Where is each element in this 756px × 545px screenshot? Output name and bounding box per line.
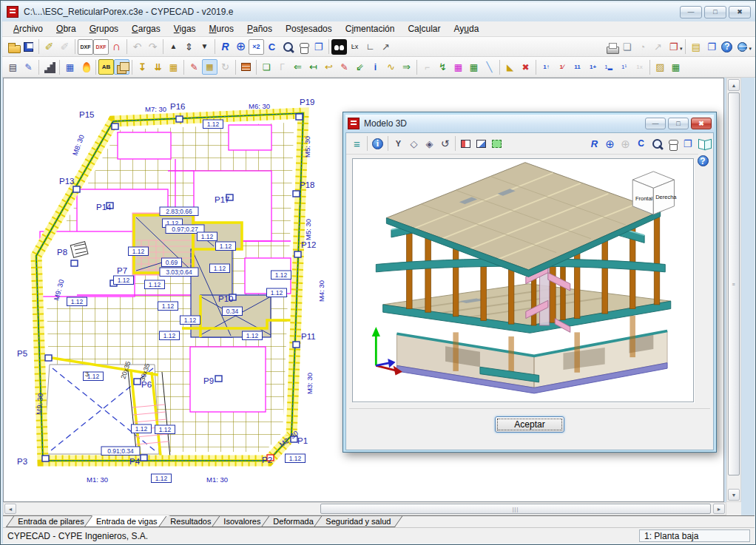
element-info-icon[interactable] [370,136,385,152]
snap-magnet-icon[interactable]: ∩ [109,39,124,55]
menu-muros[interactable]: Muros [203,22,240,35]
menu-postesados[interactable]: Postesados [279,22,339,35]
beam-hook-icon[interactable]: ↩ [321,59,337,75]
previous-view-icon[interactable]: ❐ [311,39,326,55]
save-file-icon[interactable] [21,39,36,55]
depth-mark-icon[interactable]: 1▂ [601,59,616,75]
title-bar[interactable]: C:\...\ESC_ReticularPorex.c3e - CYPECAD … [2,2,755,21]
rotate-model-icon[interactable]: ◈ [422,136,437,152]
beam-curve-icon[interactable]: ∿ [383,59,399,75]
depth-copy-icon[interactable]: 1¹ [616,59,632,75]
column-disabled-icon[interactable]: ⌐ [419,59,435,75]
group-down-icon[interactable]: ▼ [197,39,212,55]
menu-vigas[interactable]: Vigas [167,22,203,35]
beam-branch-icon[interactable]: ↯ [435,59,450,75]
dialog-minimize-button[interactable]: — [645,118,666,129]
menu-obra[interactable]: Obra [50,22,83,35]
configuration-icon[interactable]: ▤ [688,39,703,55]
group-copy-icon[interactable]: ▦ [62,59,78,75]
edit-beam-icon[interactable]: ✎ [337,59,352,75]
print-icon[interactable] [604,39,619,55]
scroll-down-button[interactable]: ▼ [728,489,740,501]
grid-edit-icon[interactable]: ▦ [450,59,466,75]
orthogonal-mode-icon[interactable]: ∟ [362,39,378,55]
menu-cargas[interactable]: Cargas [125,22,167,35]
pan-icon[interactable] [664,136,680,152]
section-y-icon[interactable] [473,136,489,152]
scroll-up-button[interactable]: ▲ [728,79,740,91]
group-goto-icon[interactable]: ⇕ [181,39,197,55]
depth-disabled-icon[interactable]: 1x [632,59,647,75]
pan-icon[interactable] [295,39,311,55]
pillar-edit-icon[interactable]: ✎ [21,59,36,75]
zoom-x2-icon[interactable]: ×2 [249,39,264,55]
menu-ayuda[interactable]: Ayuda [447,22,485,35]
beam-in-icon[interactable]: ⇐ [290,59,306,75]
rotate-view-icon[interactable]: R [587,136,602,152]
horizontal-scroll-thumb[interactable]: ||| [320,504,711,514]
zoom-window-icon[interactable] [280,39,295,55]
cype-web-icon[interactable] [735,39,750,55]
zoom-all-icon[interactable]: ⊕ [602,136,618,152]
linear-load-icon[interactable]: ⇊ [150,59,166,75]
regenerate-disabled-icon[interactable]: ↻ [217,59,233,75]
reset-view-icon[interactable]: ↺ [437,136,453,152]
wall-icon[interactable] [238,59,254,75]
grid-add-icon[interactable]: ▦ [466,59,482,75]
print-preview-icon[interactable]: ❏ [619,39,635,55]
menu-cimentación[interactable]: Cimentación [339,22,402,35]
dialog-title-bar[interactable]: Modelo 3D — □ ✖ [345,115,714,132]
zoom-all-icon[interactable]: ⊕ [233,39,249,55]
service-1-icon[interactable]: ◔ [635,39,650,55]
beam-out-icon[interactable]: ↤ [306,59,321,75]
rebar-add-icon[interactable]: ▦ [668,59,684,75]
tab-entrada-de-pilares[interactable]: Entrada de pilares [6,516,96,527]
section-x-icon[interactable] [458,136,473,152]
edit-panels-icon[interactable]: ✎ [186,59,202,75]
edit-resources-disabled-icon[interactable]: ✐ [57,39,72,55]
tab-entrada-de-vigas[interactable]: Entrada de vigas [84,515,170,527]
foundation-icon[interactable]: ◣ [502,59,518,75]
redraw-icon[interactable]: C [633,136,649,152]
view-3d-icon[interactable] [114,59,129,75]
menu-grupos[interactable]: Grupos [83,22,125,35]
redraw-icon[interactable]: C [264,39,280,55]
solid-view-icon[interactable]: ◇ [406,136,422,152]
viewport-3d[interactable]: Frontal Derecha [352,158,694,402]
dialog-close-button[interactable]: ✖ [691,118,712,129]
surface-load-icon[interactable]: ▦ [166,59,181,75]
dialog-help-icon[interactable] [695,153,711,169]
search-icon[interactable] [331,39,347,55]
delete-panel-icon[interactable]: ✖ [518,59,533,75]
help-icon[interactable] [719,39,735,55]
depth-up-icon[interactable]: 1↑ [539,59,554,75]
previous-view-icon[interactable]: ❐ [680,136,695,152]
panel-new-icon[interactable]: ❏ [259,59,274,75]
scroll-left-button[interactable]: ◄ [4,504,16,514]
minimize-button[interactable]: — [680,6,702,18]
window-switch-icon[interactable]: ❐ [703,39,719,55]
rotate-view-icon[interactable]: R [217,39,233,55]
group-up-icon[interactable]: ▲ [166,39,181,55]
point-load-icon[interactable]: ↧ [135,59,150,75]
edit-resources-icon[interactable]: ✐ [41,39,57,55]
panel-corner-icon[interactable]: Γ [274,59,290,75]
menu-calcular[interactable]: Calcular [401,22,447,35]
zoom-disabled-icon[interactable]: ⊕ [618,136,633,152]
layers-icon[interactable]: ≡ [349,136,365,152]
accept-button[interactable]: Aceptar [495,416,564,433]
fire-resistance-icon[interactable] [78,59,93,75]
zoom-window-icon[interactable] [649,136,664,152]
section-z-icon[interactable] [489,136,504,152]
dxf-templates-icon[interactable]: DXF [93,39,109,55]
current-floor-selector[interactable]: 1: Planta baja [639,529,750,542]
export-view-icon[interactable]: ❐ [666,39,681,55]
depth-add-icon[interactable]: 1+ [585,59,601,75]
contents-book-icon[interactable] [695,135,711,150]
menu-paños[interactable]: Paños [240,22,279,35]
horizontal-scrollbar[interactable]: ◄ ||| ► [3,502,726,515]
beam-insert-icon[interactable]: ⇒ [399,59,414,75]
reference-line-icon[interactable]: ╲ [482,59,497,75]
vertical-scrollbar[interactable]: ▲ ≡ ▼ [726,78,741,502]
beam-info-icon[interactable]: i [368,59,383,75]
